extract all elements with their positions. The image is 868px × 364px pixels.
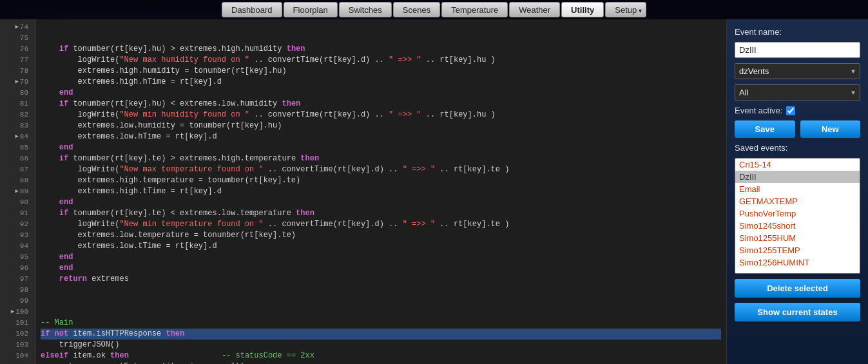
code-line: logWrite("New max temperature found on "… [41, 164, 721, 175]
line-num-text: 88 [20, 175, 28, 186]
code-line: end [41, 263, 721, 274]
code-line: logWrite("New min humidity found on " ..… [41, 110, 721, 120]
event-active-label: Event active: [735, 106, 782, 115]
line-number-92: 92 [0, 219, 31, 230]
event-item[interactable]: GETMAXTEMP [735, 195, 860, 207]
line-num-text: 103 [15, 340, 28, 350]
event-name-input[interactable] [735, 42, 860, 58]
line-number-100: ▶100 [0, 307, 31, 318]
code-line: if tonumber(rt[key].te) < extremes.low.t… [41, 208, 721, 219]
code-line: extremes = getExtremes(item.json.result) [41, 361, 721, 364]
code-line: elseif item.ok then -- statusCode == 2xx [41, 350, 721, 361]
line-number-85: 85 [0, 142, 31, 153]
show-current-states-button[interactable]: Show current states [735, 303, 860, 321]
event-item[interactable]: DzIII [735, 171, 860, 183]
line-number-84: ▶84 [0, 131, 31, 142]
event-active-checkbox[interactable] [786, 106, 795, 115]
line-num-text: 86 [20, 153, 28, 164]
nav-utility[interactable]: Utility [561, 2, 604, 17]
event-item[interactable]: Simo1255HUM [735, 232, 860, 244]
line-numbers: ▶7475767778▶7980818283▶8485868788▶899091… [0, 19, 35, 364]
code-line: logWrite("New min temperature found on "… [41, 219, 721, 230]
top-navigation: Dashboard Floorplan Switches Scenes Temp… [0, 0, 868, 19]
line-number-82: 82 [0, 110, 31, 120]
line-number-79: ▶79 [0, 77, 31, 88]
nav-scenes[interactable]: Scenes [393, 2, 440, 17]
nav-weather[interactable]: Weather [509, 2, 560, 17]
code-content[interactable]: if tonumber(rt[key].hu) > extremes.high.… [35, 19, 726, 364]
line-number-98: 98 [0, 285, 31, 296]
line-num-text: 94 [20, 241, 28, 252]
line-num-text: 98 [20, 285, 28, 296]
line-num-text: 85 [20, 142, 28, 153]
code-line: extremes.high.hTime = rt[key].d [41, 77, 721, 88]
line-number-90: 90 [0, 197, 31, 208]
nav-switches[interactable]: Switches [339, 2, 392, 17]
line-num-text: 75 [20, 33, 28, 44]
line-num-text: 78 [20, 66, 28, 77]
line-num-text: 87 [20, 164, 28, 175]
line-num-text: 92 [20, 219, 28, 230]
line-number-88: 88 [0, 175, 31, 186]
code-line: extremes.high.humidity = tonumber(rt[key… [41, 66, 721, 77]
event-item[interactable]: Simo1256HUMINT [735, 256, 860, 269]
code-line: return extremes [41, 274, 721, 285]
line-num-text: 83 [20, 120, 28, 131]
code-line: extremes.low.hTime = rt[key].d [41, 131, 721, 142]
dzvents-select-wrapper: dzVents [735, 63, 860, 79]
code-line: if tonumber(rt[key].hu) > extremes.high.… [41, 44, 721, 55]
nav-setup[interactable]: Setup [605, 2, 646, 17]
active-row: Event active: [735, 106, 860, 115]
line-num-text: 101 [15, 318, 28, 329]
code-line: logWrite("New max humidity found on " ..… [41, 55, 721, 66]
line-num-text: 102 [15, 329, 28, 340]
line-number-104: 104 [0, 350, 31, 361]
code-line: if tonumber(rt[key].te) > extremes.high.… [41, 153, 721, 164]
nav-temperature[interactable]: Temperature [441, 2, 508, 17]
line-num-text: 104 [15, 350, 28, 361]
code-line: extremes.low.humidity = tonumber(rt[key]… [41, 120, 721, 131]
code-line: triggerJSON() [41, 340, 721, 350]
line-num-text: 96 [20, 263, 28, 274]
nav-floorplan[interactable]: Floorplan [284, 2, 338, 17]
line-num-text: 90 [20, 197, 28, 208]
new-button[interactable]: New [800, 120, 861, 138]
event-item[interactable]: PushoVerTemp [735, 207, 860, 220]
code-line: if tonumber(rt[key].hu) < extremes.low.h… [41, 99, 721, 110]
saved-events-label: Saved events: [735, 143, 860, 153]
side-panel: Event name: dzVents All Event active: Sa… [726, 19, 868, 364]
event-item[interactable]: Cri15-14 [735, 158, 860, 171]
code-line [41, 307, 721, 318]
line-num-text: 95 [20, 252, 28, 263]
line-number-74: ▶74 [0, 22, 31, 33]
line-number-102: 102 [0, 329, 31, 340]
nav-dashboard[interactable]: Dashboard [222, 2, 282, 17]
code-editor-panel: ▶7475767778▶7980818283▶8485868788▶899091… [0, 19, 726, 364]
all-select[interactable]: All [735, 84, 860, 101]
main-layout: ▶7475767778▶7980818283▶8485868788▶899091… [0, 19, 868, 364]
line-number-95: 95 [0, 252, 31, 263]
code-line: -- Main [41, 318, 721, 329]
code-line: end [41, 252, 721, 263]
line-num-text: 84 [20, 131, 28, 142]
save-button[interactable]: Save [735, 120, 795, 138]
line-number-91: 91 [0, 208, 31, 219]
line-number-75: 75 [0, 33, 31, 44]
delete-selected-button[interactable]: Delete selected [735, 279, 860, 298]
line-number-97: 97 [0, 274, 31, 285]
dzvents-select[interactable]: dzVents [735, 63, 860, 79]
all-select-wrapper: All [735, 84, 860, 101]
event-item[interactable]: Simo1245short [735, 220, 860, 232]
line-num-text: 79 [20, 77, 28, 88]
line-number-89: ▶89 [0, 186, 31, 197]
line-num-text: 100 [15, 307, 28, 318]
line-arrow: ▶ [11, 307, 14, 318]
event-item[interactable]: Simo1255TEMP [735, 244, 860, 256]
line-number-86: 86 [0, 153, 31, 164]
event-item[interactable]: Email [735, 183, 860, 195]
line-num-text: 99 [20, 296, 28, 307]
line-number-76: 76 [0, 44, 31, 55]
saved-events-list[interactable]: Cri15-14DzIIIEmailGETMAXTEMPPushoVerTemp… [735, 158, 860, 274]
line-number-80: 80 [0, 88, 31, 99]
code-line: extremes.low.temperature = tonumber(rt[k… [41, 230, 721, 241]
